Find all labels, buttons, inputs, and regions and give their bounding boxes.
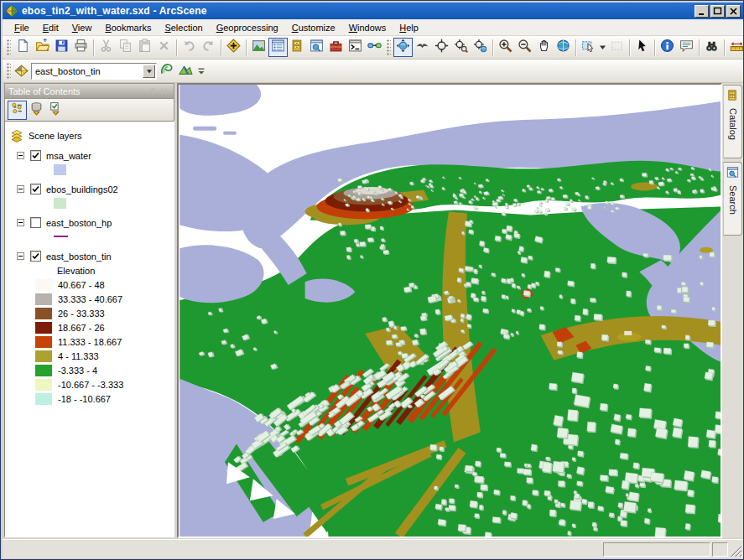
catalog-window-toggle-button[interactable] (288, 38, 307, 57)
python-window-toggle-button[interactable] (346, 38, 365, 57)
layer-name-msa_water[interactable]: msa_water (46, 151, 91, 161)
pin-icon[interactable] (147, 86, 159, 97)
delete-button (154, 38, 174, 57)
toolbar-grip[interactable] (7, 63, 11, 80)
center-target-icon (434, 39, 449, 56)
layer-row-east_boston_hp[interactable]: east_boston_hp (5, 215, 174, 230)
steepest-path-tool-button[interactable] (176, 61, 195, 80)
legend-class-swatch (35, 350, 52, 362)
expander-msa_water[interactable] (17, 152, 24, 159)
expander-east_boston_tin[interactable] (17, 252, 24, 260)
resize-grip[interactable] (730, 545, 742, 557)
zoom-in-tool-button[interactable] (496, 38, 515, 57)
pan-tool-button[interactable] (534, 38, 554, 57)
status-panel-small (712, 542, 728, 557)
toolbar-grip[interactable] (7, 39, 11, 56)
create-contour-tool-button[interactable] (157, 61, 176, 80)
identify-tool-button[interactable] (658, 38, 677, 57)
zoom-out-tool-button[interactable] (515, 38, 534, 57)
toolbox-icon (329, 39, 343, 56)
menu-file[interactable]: File (8, 21, 36, 34)
save-document-button[interactable] (52, 38, 71, 57)
layer-row-ebos_buildings02[interactable]: ebos_buildings02 (5, 182, 174, 196)
tin-selector-dropdown-button[interactable] (143, 65, 155, 78)
new-document-button[interactable] (13, 38, 33, 57)
menu-edit[interactable]: Edit (36, 21, 65, 34)
print-button[interactable] (71, 38, 91, 57)
find-tool-button[interactable] (702, 38, 721, 57)
legend-class-label: 4 - 11.333 (58, 351, 99, 361)
arctoolbox-toggle-button[interactable] (326, 38, 346, 57)
scene-layers-root[interactable]: Scene layers (5, 128, 174, 143)
checkbox-east_boston_tin[interactable] (30, 251, 41, 262)
redo-button (199, 38, 218, 57)
scene-properties-button[interactable] (249, 38, 268, 57)
select-features-icon (581, 39, 596, 56)
close-panel-icon[interactable] (159, 86, 170, 97)
layer-name-east_boston_hp[interactable]: east_boston_hp (46, 218, 112, 228)
title-bar[interactable]: ebos_tin2_with_water.sxd - ArcScene (3, 3, 743, 19)
html-popup-tool-button[interactable] (677, 38, 696, 57)
table-of-contents-panel: Table of Contents Scene layersmsa_watere… (4, 83, 174, 537)
arcscene-window: ebos_tin2_with_water.sxd - ArcScene File… (0, 0, 744, 560)
dock-tab-label: Search (728, 185, 738, 215)
layer-swatch-east_boston_hp (54, 236, 68, 237)
menu-help[interactable]: Help (393, 21, 425, 34)
menu-windows[interactable]: Windows (342, 21, 393, 34)
checkbox-msa_water[interactable] (30, 150, 41, 161)
scene-layers-label: Scene layers (29, 131, 82, 141)
table-of-contents-toggle-button[interactable] (268, 38, 288, 57)
toolbar-grip[interactable] (387, 39, 391, 56)
legend-class-row: 18.667 - 26 (5, 320, 174, 334)
paste-button (135, 38, 154, 57)
checkbox-east_boston_hp[interactable] (30, 217, 41, 228)
dock-tab-search[interactable]: Search (723, 162, 742, 236)
checkbox-ebos_buildings02[interactable] (30, 184, 41, 194)
expander-ebos_buildings02[interactable] (17, 185, 24, 193)
select-elements-tool-button[interactable] (632, 38, 652, 57)
open-document-button[interactable] (33, 38, 52, 57)
legend-class-swatch (35, 279, 52, 291)
scene-viewport[interactable] (177, 83, 722, 538)
add-data-button[interactable] (224, 38, 243, 57)
dock-tab-catalog[interactable]: Catalog (723, 85, 742, 158)
toolbar-separator (699, 39, 700, 56)
minimize-button[interactable] (695, 5, 709, 18)
tin-layer-selector[interactable]: east_boston_tin (31, 63, 157, 80)
legend-class-row: 33.333 - 40.667 (5, 292, 174, 306)
list-by-visibility-button[interactable] (46, 101, 65, 120)
fly-tool-button[interactable] (413, 38, 432, 57)
layer-row-msa_water[interactable]: msa_water (5, 148, 174, 163)
set-observer-tool-button[interactable] (471, 38, 490, 57)
search-window-toggle-button[interactable] (307, 38, 326, 57)
layer-name-ebos_buildings02[interactable]: ebos_buildings02 (46, 184, 118, 194)
close-button[interactable] (726, 5, 741, 18)
legend-class-swatch (35, 322, 52, 334)
layer-row-east_boston_tin[interactable]: east_boston_tin (5, 249, 174, 263)
identify-icon (660, 39, 674, 56)
status-bar (3, 539, 743, 558)
select-features-tool-dropdown-caret[interactable] (598, 38, 607, 57)
menu-selection[interactable]: Selection (158, 21, 209, 34)
menu-geoprocessing[interactable]: Geoprocessing (210, 21, 285, 34)
list-by-source-button[interactable] (27, 101, 46, 120)
maximize-button[interactable] (710, 5, 725, 18)
menu-bookmarks[interactable]: Bookmarks (98, 21, 158, 34)
select-features-tool-button[interactable] (579, 38, 598, 57)
menu-customize[interactable]: Customize (285, 21, 342, 34)
toolbar-options-3d[interactable] (195, 61, 207, 81)
zoom-to-target-tool-button[interactable] (451, 38, 471, 57)
legend-class-swatch (35, 336, 52, 348)
menu-view[interactable]: View (65, 21, 99, 34)
center-on-target-tool-button[interactable] (432, 38, 451, 57)
search-globe-icon (726, 166, 739, 185)
expander-east_boston_hp[interactable] (17, 219, 24, 226)
modelbuilder-toggle-button[interactable] (365, 38, 384, 57)
layer-name-east_boston_tin[interactable]: east_boston_tin (46, 251, 112, 262)
measure-tool-button[interactable] (727, 38, 744, 57)
toc-header[interactable]: Table of Contents (4, 83, 174, 99)
list-by-drawing-order-button[interactable] (8, 101, 27, 120)
full-extent-button-button[interactable] (554, 38, 573, 57)
navigate-tool-button[interactable] (393, 38, 413, 57)
3d-scene[interactable] (179, 85, 721, 537)
